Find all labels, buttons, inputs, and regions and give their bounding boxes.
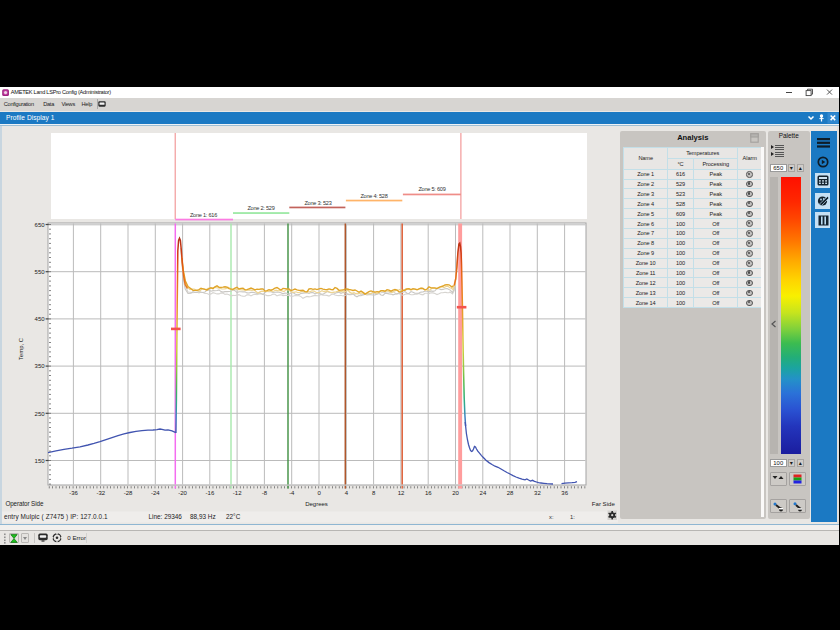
svg-text:-16: -16 bbox=[206, 490, 215, 496]
svg-text:-8: -8 bbox=[262, 490, 268, 496]
svg-text:150: 150 bbox=[35, 458, 46, 464]
svg-text:24: 24 bbox=[480, 490, 487, 496]
svg-text:22°C: 22°C bbox=[226, 513, 241, 520]
svg-text:Line: 29346: Line: 29346 bbox=[149, 513, 183, 520]
svg-text:Zone 2: 529: Zone 2: 529 bbox=[247, 205, 274, 211]
svg-text:0: 0 bbox=[317, 490, 321, 496]
svg-text:12: 12 bbox=[398, 490, 405, 496]
svg-text:20: 20 bbox=[452, 490, 459, 496]
svg-text:Zone 4: 528: Zone 4: 528 bbox=[360, 193, 387, 199]
svg-text:entry Mulpic ( Z7475 ) IP: 127: entry Mulpic ( Z7475 ) IP: 127.0.0.1 bbox=[4, 513, 108, 521]
svg-text:28: 28 bbox=[507, 490, 514, 496]
svg-text:550: 550 bbox=[35, 269, 46, 275]
svg-text:-24: -24 bbox=[151, 490, 160, 496]
svg-text:Temp, C: Temp, C bbox=[18, 337, 24, 360]
svg-text:x:: x: bbox=[549, 514, 554, 520]
svg-text:Far Side: Far Side bbox=[592, 500, 616, 507]
svg-text:-4: -4 bbox=[289, 490, 295, 496]
svg-text:-20: -20 bbox=[178, 490, 187, 496]
svg-text:Zone 3: 523: Zone 3: 523 bbox=[304, 200, 331, 206]
svg-text:650: 650 bbox=[35, 222, 46, 228]
svg-text:8: 8 bbox=[372, 490, 376, 496]
svg-text:450: 450 bbox=[35, 316, 46, 322]
svg-text:4: 4 bbox=[345, 490, 349, 496]
svg-text:350: 350 bbox=[35, 363, 46, 369]
svg-text:88,93 Hz: 88,93 Hz bbox=[190, 513, 216, 520]
svg-text:32: 32 bbox=[534, 490, 541, 496]
svg-text:Degrees: Degrees bbox=[305, 501, 328, 507]
svg-text:1:: 1: bbox=[570, 514, 575, 520]
svg-text:-12: -12 bbox=[233, 490, 242, 496]
svg-text:-36: -36 bbox=[69, 490, 78, 496]
svg-text:Zone 5: 609: Zone 5: 609 bbox=[418, 186, 445, 192]
svg-text:36: 36 bbox=[561, 490, 568, 496]
svg-text:250: 250 bbox=[35, 411, 46, 417]
svg-text:Operator Side: Operator Side bbox=[5, 500, 43, 508]
svg-text:-28: -28 bbox=[124, 490, 133, 496]
svg-text:16: 16 bbox=[425, 490, 432, 496]
svg-text:Zone 1: 616: Zone 1: 616 bbox=[190, 212, 217, 218]
svg-text:-32: -32 bbox=[96, 490, 105, 496]
